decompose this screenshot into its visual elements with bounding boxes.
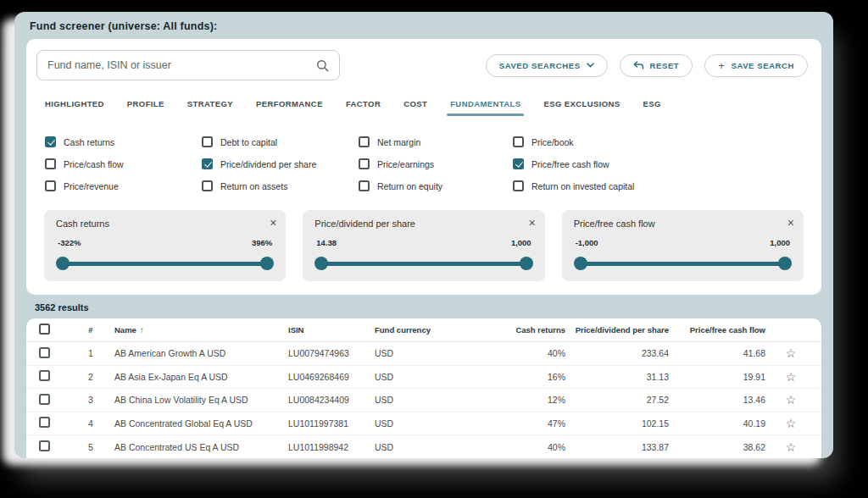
filter-checkbox-debt-to-capital[interactable]: Debt to capital xyxy=(202,136,359,147)
filter-checkbox-net-margin[interactable]: Net margin xyxy=(359,136,513,147)
range-slider[interactable] xyxy=(56,257,274,270)
checkbox-icon[interactable] xyxy=(202,158,213,169)
slider-handle-min[interactable] xyxy=(574,257,587,270)
search-box[interactable] xyxy=(36,50,340,80)
row-number: 3 xyxy=(67,395,114,405)
slider-handle-min[interactable] xyxy=(56,257,70,270)
column-header-cash-returns[interactable]: Cash returns xyxy=(485,325,565,335)
search-input[interactable] xyxy=(47,59,316,71)
filter-checkbox-return-on-assets[interactable]: Return on assets xyxy=(202,180,359,191)
fund-name[interactable]: AB Asia Ex-Japan Eq A USD xyxy=(114,372,288,382)
slider-handle-max[interactable] xyxy=(520,257,533,270)
table-row[interactable]: 3 AB China Low Volatility Eq A USD LU008… xyxy=(26,389,821,412)
filter-checkbox-price-revenue[interactable]: Price/revenue xyxy=(45,180,202,191)
checkbox-icon[interactable] xyxy=(45,180,56,191)
row-checkbox[interactable] xyxy=(39,370,50,381)
tab-profile[interactable]: PROFILE xyxy=(127,99,164,116)
cash-returns-value: 16% xyxy=(485,372,565,382)
column-header-currency[interactable]: Fund currency xyxy=(375,325,485,335)
fund-isin: LU0469268469 xyxy=(288,372,375,382)
table-row[interactable]: 1 AB American Growth A USD LU0079474963 … xyxy=(26,342,821,366)
tab-cost[interactable]: COST xyxy=(403,99,427,116)
filter-card-cash-returns: Cash returns × -322% 396% xyxy=(44,210,286,281)
close-icon[interactable]: × xyxy=(270,217,276,229)
chevron-down-icon xyxy=(587,63,594,68)
checkbox-icon[interactable] xyxy=(359,136,370,147)
slider-handle-max[interactable] xyxy=(260,257,274,270)
fund-name[interactable]: AB Concentrated US Eq A USD xyxy=(114,442,288,452)
filter-checkbox-cash-returns[interactable]: Cash returns xyxy=(45,136,202,147)
price-dividend-value: 31.13 xyxy=(565,372,669,382)
slider-handle-min[interactable] xyxy=(314,257,328,270)
tab-fundamentals[interactable]: FUNDAMENTALS xyxy=(450,99,520,116)
checkbox-icon[interactable] xyxy=(513,158,524,169)
slider-track xyxy=(580,262,786,266)
fund-name[interactable]: AB American Growth A USD xyxy=(114,348,288,358)
fund-currency: USD xyxy=(375,395,485,405)
checkbox-icon[interactable] xyxy=(45,136,56,147)
save-search-button[interactable]: + SAVE SEARCH xyxy=(704,54,808,77)
reset-button[interactable]: RESET xyxy=(620,54,693,77)
filter-checkbox-return-on-invested-capital[interactable]: Return on invested capital xyxy=(513,180,821,191)
column-header-name[interactable]: Name↑ xyxy=(114,325,288,335)
tab-esg-exclusions[interactable]: ESG EXCLUSIONS xyxy=(543,99,620,116)
checkbox-label: Price/free cash flow xyxy=(531,159,609,169)
checkbox-label: Price/revenue xyxy=(64,181,119,191)
tab-esg[interactable]: ESG xyxy=(643,99,661,116)
checkbox-icon[interactable] xyxy=(359,158,370,169)
range-max-value: 396% xyxy=(252,238,272,247)
row-checkbox[interactable] xyxy=(39,347,50,358)
checkbox-label: Debt to capital xyxy=(220,137,277,147)
filter-checkbox-price-cash-flow[interactable]: Price/cash flow xyxy=(45,158,202,169)
filter-checkbox-price-book[interactable]: Price/book xyxy=(513,136,821,147)
price-fcf-value: 40.19 xyxy=(669,418,765,429)
tab-highlighted[interactable]: HIGHLIGHTED xyxy=(45,99,104,116)
tab-performance[interactable]: PERFORMANCE xyxy=(256,99,323,116)
price-dividend-value: 102.15 xyxy=(565,418,669,429)
row-checkbox[interactable] xyxy=(39,417,50,428)
checkbox-icon[interactable] xyxy=(513,136,524,147)
column-header-price-free-cash-flow[interactable]: Price/free cash flow xyxy=(669,325,765,335)
range-slider[interactable] xyxy=(314,257,532,270)
favorite-star-icon[interactable]: ☆ xyxy=(765,347,816,359)
tab-factor[interactable]: FACTOR xyxy=(346,99,381,116)
select-all-checkbox[interactable] xyxy=(39,324,50,335)
favorite-star-icon[interactable]: ☆ xyxy=(765,371,816,383)
checkbox-icon[interactable] xyxy=(513,180,524,191)
fundamentals-checkbox-grid: Cash returns Debt to capital Net margin … xyxy=(26,136,821,191)
filter-checkbox-return-on-equity[interactable]: Return on equity xyxy=(359,180,513,191)
filter-tabs: HIGHLIGHTED PROFILE STRATEGY PERFORMANCE… xyxy=(26,99,821,116)
checkbox-label: Price/book xyxy=(531,137,574,147)
slider-handle-max[interactable] xyxy=(778,257,792,270)
table-row[interactable]: 2 AB Asia Ex-Japan Eq A USD LU0469268469… xyxy=(26,366,821,390)
table-row[interactable]: 5 AB Concentrated US Eq A USD LU10119989… xyxy=(26,435,821,458)
fund-isin: LU1011997381 xyxy=(288,418,375,429)
filter-checkbox-price-dividend-per-share[interactable]: Price/dividend per share xyxy=(202,158,359,169)
close-icon[interactable]: × xyxy=(528,217,535,229)
column-header-price-dividend-per-share[interactable]: Price/dividend per share xyxy=(565,325,669,335)
range-slider[interactable] xyxy=(574,257,792,270)
favorite-star-icon[interactable]: ☆ xyxy=(765,441,816,453)
price-dividend-value: 233.64 xyxy=(565,348,669,358)
favorite-star-icon[interactable]: ☆ xyxy=(765,394,816,406)
table-row[interactable]: 4 AB Concentrated Global Eq A USD LU1011… xyxy=(26,412,821,436)
checkbox-icon[interactable] xyxy=(45,158,56,169)
row-checkbox[interactable] xyxy=(39,394,50,405)
price-dividend-value: 27.52 xyxy=(565,395,669,405)
fund-name[interactable]: AB China Low Volatility Eq A USD xyxy=(114,395,288,405)
saved-searches-button[interactable]: SAVED SEARCHES xyxy=(486,54,608,77)
tab-strategy[interactable]: STRATEGY xyxy=(187,99,233,116)
close-icon[interactable]: × xyxy=(787,217,794,229)
filter-checkbox-price-free-cash-flow[interactable]: Price/free cash flow xyxy=(513,158,821,169)
checkbox-icon[interactable] xyxy=(202,180,213,191)
row-checkbox[interactable] xyxy=(39,440,50,451)
cash-returns-value: 40% xyxy=(485,442,565,452)
filter-checkbox-price-earnings[interactable]: Price/earnings xyxy=(359,158,513,169)
checkbox-icon[interactable] xyxy=(359,180,370,191)
fund-name[interactable]: AB Concentrated Global Eq A USD xyxy=(114,418,288,429)
favorite-star-icon[interactable]: ☆ xyxy=(765,418,816,429)
column-header-isin[interactable]: ISIN xyxy=(288,325,375,335)
row-number: 2 xyxy=(67,372,114,382)
checkbox-icon[interactable] xyxy=(202,136,213,147)
save-search-label: SAVE SEARCH xyxy=(731,61,794,70)
